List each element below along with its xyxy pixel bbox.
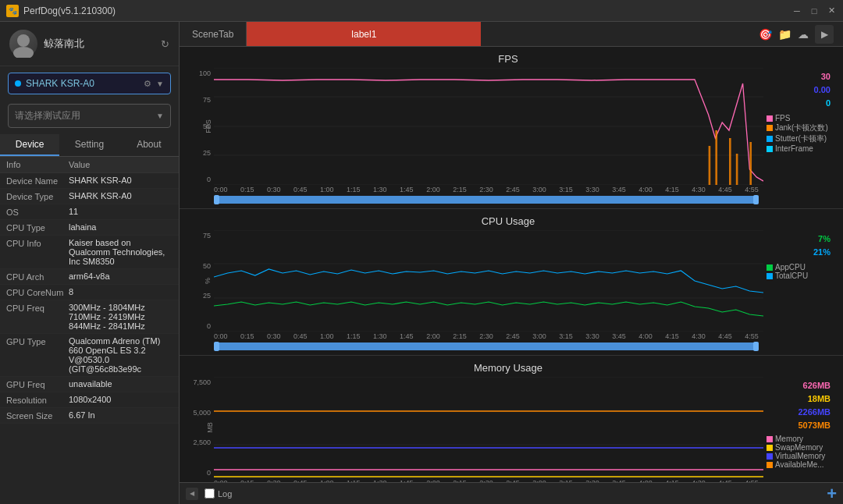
fps-legend-stutter: Stutter(卡顿率) bbox=[767, 133, 831, 144]
scene-tab-bar: SceneTab label1 🎯 📁 ☁ ▶ bbox=[180, 22, 843, 47]
info-col-name: Info bbox=[6, 160, 69, 169]
refresh-icon[interactable]: ↻ bbox=[161, 38, 169, 50]
info-label: Device Type bbox=[6, 191, 69, 201]
info-row: CPU Freq 300MHz - 1804MHz 710MHz - 2419M… bbox=[0, 300, 179, 334]
device-status-dot bbox=[15, 80, 21, 87]
log-checkbox[interactable] bbox=[205, 488, 215, 499]
info-row: CPU Type lahaina bbox=[0, 220, 179, 236]
fps-legend-jank-label: Jank(卡顿次数) bbox=[775, 122, 828, 133]
info-row: Device Type SHARK KSR-A0 bbox=[0, 189, 179, 204]
scroll-buttons: ◀ bbox=[186, 488, 198, 500]
swap-color bbox=[767, 445, 773, 451]
device-selector[interactable]: SHARK KSR-A0 ⚙ ▼ bbox=[8, 73, 171, 94]
svg-rect-7 bbox=[709, 146, 711, 185]
folder-icon[interactable]: 📁 bbox=[778, 28, 791, 41]
tab-device[interactable]: Device bbox=[0, 134, 59, 156]
app-selector[interactable]: 请选择测试应用 ▼ bbox=[8, 104, 171, 128]
app-selector-text: 请选择测试应用 bbox=[15, 109, 156, 122]
info-header: Info Value bbox=[0, 157, 179, 173]
scroll-left-btn[interactable]: ◀ bbox=[186, 488, 198, 500]
appcpu-label: AppCPU bbox=[775, 263, 806, 272]
totalcpu-color bbox=[767, 273, 773, 279]
svg-rect-11 bbox=[749, 142, 752, 185]
info-value: arm64-v8a bbox=[69, 272, 173, 281]
cpu-yaxis-75: 75 bbox=[203, 232, 211, 240]
mem-xaxis: 0:000:150:300:451:001:151:301:452:002:15… bbox=[180, 478, 837, 482]
svg-point-0 bbox=[17, 34, 30, 47]
maximize-button[interactable]: □ bbox=[809, 5, 820, 16]
cloud-icon[interactable]: ☁ bbox=[798, 28, 809, 41]
memory-color bbox=[767, 436, 773, 442]
mem-yaxis-7500: 7,500 bbox=[193, 378, 211, 386]
totalcpu-label: TotalCPU bbox=[775, 272, 808, 280]
scene-tab-label[interactable]: SceneTab bbox=[180, 22, 247, 46]
device-settings-icon[interactable]: ⚙ bbox=[144, 79, 151, 89]
cpu-yaxis-label: % bbox=[204, 278, 212, 284]
fps-legend: 30 0.00 0 FPS Jank(卡顿次数) bbox=[763, 68, 834, 185]
charts-area: FPS 100 75 50 25 0 FPS bbox=[180, 47, 843, 482]
fps-scrollbar[interactable] bbox=[214, 196, 759, 204]
mem-legend-val2: 18MB bbox=[767, 393, 831, 404]
add-icon[interactable]: + bbox=[827, 484, 837, 503]
info-value: 8 bbox=[69, 287, 173, 296]
info-row: GPU Type Qualcomm Adreno (TM) 660 OpenGL… bbox=[0, 334, 179, 377]
mem-yaxis-label: MB bbox=[206, 422, 214, 433]
svg-rect-8 bbox=[715, 130, 717, 185]
user-section: 鲸落南北 ↻ bbox=[0, 22, 179, 66]
info-value: 1080x2400 bbox=[69, 395, 173, 404]
info-label: Screen Size bbox=[6, 410, 69, 421]
info-row: OS 11 bbox=[0, 204, 179, 220]
fps-legend-jank-color bbox=[767, 125, 773, 131]
play-button[interactable]: ▶ bbox=[815, 25, 834, 44]
device-dropdown-icon[interactable]: ▼ bbox=[156, 80, 164, 88]
close-button[interactable]: ✕ bbox=[826, 5, 837, 16]
fps-yaxis-label: FPS bbox=[205, 119, 212, 133]
cpu-yaxis-50: 50 bbox=[203, 262, 211, 270]
cpu-yaxis-0: 0 bbox=[207, 322, 211, 330]
virtual-color bbox=[767, 453, 773, 460]
mem-legend-val3: 2266MB bbox=[767, 406, 831, 417]
info-row: GPU Freq unavailable bbox=[0, 377, 179, 392]
log-label: Log bbox=[218, 489, 232, 499]
device-selector-name: SHARK KSR-A0 bbox=[26, 78, 139, 89]
fps-legend-stutter-color bbox=[767, 136, 773, 142]
fps-legend-val1: 30 bbox=[767, 71, 831, 82]
device-info-panel: Info Value Device Name SHARK KSR-A0 Devi… bbox=[0, 157, 179, 504]
active-scene-tab[interactable]: label1 bbox=[247, 22, 481, 46]
fps-xaxis: 0:000:150:300:451:001:151:301:452:002:15… bbox=[180, 185, 837, 194]
fps-legend-jank: Jank(卡顿次数) bbox=[767, 122, 831, 133]
app-selector-arrow: ▼ bbox=[156, 112, 164, 120]
tab-about[interactable]: About bbox=[119, 134, 179, 156]
mem-yaxis-2500: 2,500 bbox=[193, 438, 211, 446]
info-row: CPU Info Kaiser based on Qualcomm Techno… bbox=[0, 236, 179, 269]
avatar bbox=[9, 30, 37, 58]
info-value: unavailable bbox=[69, 379, 173, 389]
info-label: CPU Arch bbox=[6, 272, 69, 282]
info-row: Device Name SHARK KSR-A0 bbox=[0, 173, 179, 189]
cpu-legend-val1: 7% bbox=[767, 233, 831, 244]
fps-yaxis-25: 25 bbox=[203, 149, 211, 157]
memory-chart-svg bbox=[214, 377, 763, 478]
left-panel: 鲸落南北 ↻ SHARK KSR-A0 ⚙ ▼ 请选择测试应用 ▼ Device… bbox=[0, 22, 180, 504]
fps-legend-stutter-label: Stutter(卡顿率) bbox=[775, 133, 827, 144]
info-value: Qualcomm Adreno (TM) 660 OpenGL ES 3.2 V… bbox=[69, 336, 173, 374]
minimize-button[interactable]: ─ bbox=[791, 5, 802, 16]
cpu-legend-totalcpu: TotalCPU bbox=[767, 272, 831, 280]
fps-legend-fps: FPS bbox=[767, 114, 831, 122]
mem-yaxis-0: 0 bbox=[207, 469, 211, 477]
info-value: 300MHz - 1804MHz 710MHz - 2419MHz 844MHz… bbox=[69, 303, 173, 331]
memory-chart-section: Memory Usage 7,500 5,000 2,500 0 MB bbox=[180, 356, 843, 482]
info-label: Resolution bbox=[6, 395, 69, 405]
cpu-scrollbar[interactable] bbox=[214, 343, 759, 350]
info-row: CPU CoreNum 8 bbox=[0, 285, 179, 300]
appcpu-color bbox=[767, 264, 773, 271]
tab-setting[interactable]: Setting bbox=[59, 134, 119, 156]
memory-legend: 626MB 18MB 2266MB 5073MB Memory SwapMemo bbox=[763, 377, 834, 478]
add-button[interactable]: + bbox=[827, 484, 837, 504]
right-panel: SceneTab label1 🎯 📁 ☁ ▶ FPS 100 75 50 bbox=[180, 22, 843, 504]
fps-chart-svg bbox=[214, 68, 763, 185]
fps-chart-title: FPS bbox=[180, 50, 837, 68]
info-value: SHARK KSR-A0 bbox=[69, 191, 173, 201]
target-icon[interactable]: 🎯 bbox=[759, 28, 772, 41]
mem-legend-virtual: VirtualMemory bbox=[767, 452, 831, 460]
